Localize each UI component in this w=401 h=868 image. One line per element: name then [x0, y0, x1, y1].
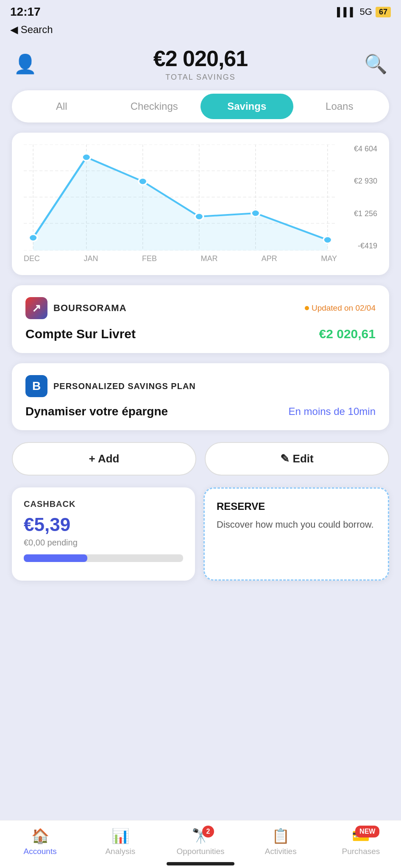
savings-logo: B: [25, 375, 47, 397]
savings-plan-desc: Dynamiser votre épargne: [25, 405, 168, 418]
bank-name: BOURSORAMA: [53, 303, 127, 314]
savings-plan-card[interactable]: B PERSONALIZED SAVINGS PLAN Dynamiser vo…: [12, 363, 389, 430]
nav-analysis[interactable]: 📊 Analysis: [80, 827, 160, 856]
x-label-apr: APR: [262, 254, 277, 263]
progress-bar-fill: [24, 554, 87, 562]
nav-purchases-label: Purchases: [342, 847, 380, 856]
chart-svg-wrap: [24, 145, 337, 250]
updated-text: Updated on 02/04: [312, 303, 376, 313]
add-button[interactable]: + Add: [12, 442, 196, 476]
search-icon[interactable]: 🔍: [364, 53, 387, 75]
x-label-jan: JAN: [84, 254, 98, 263]
x-label-mar: MAR: [200, 254, 217, 263]
account-name: Compte Sur Livret: [25, 327, 136, 341]
reserve-title: RESERVE: [217, 501, 376, 512]
cashback-card[interactable]: CASHBACK €5,39 €0,00 pending: [12, 487, 195, 581]
total-label: TOTAL SAVINGS: [153, 73, 248, 82]
nav-accounts-label: Accounts: [24, 847, 57, 856]
y-label-1: -€419: [339, 242, 377, 250]
status-time: 12:17: [10, 5, 41, 19]
account-row: Compte Sur Livret €2 020,61: [25, 327, 376, 341]
status-bar: 12:17 ▌▌▌ 5G 67: [0, 0, 401, 22]
updated-badge: Updated on 02/04: [305, 303, 376, 313]
svg-point-16: [251, 210, 260, 217]
network-label: 5G: [360, 6, 372, 17]
nav-activities[interactable]: 📋 Activities: [241, 827, 321, 856]
nav-opportunities[interactable]: 2 🔭 Opportunities: [160, 827, 240, 856]
signal-icon: ▌▌▌: [337, 7, 356, 17]
account-type-tabs: All Checkings Savings Loans: [12, 90, 389, 122]
status-right: ▌▌▌ 5G 67: [337, 6, 391, 17]
edit-button[interactable]: ✎ Edit: [205, 442, 389, 476]
home-indicator: [167, 862, 234, 865]
nav-activities-label: Activities: [265, 847, 297, 856]
purchases-badge: NEW: [355, 826, 379, 837]
x-label-dec: DEC: [24, 254, 40, 263]
header-center: €2 020,61 TOTAL SAVINGS: [153, 46, 248, 82]
line-chart-svg: [24, 145, 337, 250]
tab-savings[interactable]: Savings: [200, 94, 293, 119]
x-label-feb: FEB: [142, 254, 157, 263]
promo-row: CASHBACK €5,39 €0,00 pending RESERVE Dis…: [12, 487, 389, 581]
profile-icon[interactable]: 👤: [14, 53, 37, 75]
cashback-tag: CASHBACK: [24, 499, 183, 509]
action-buttons: + Add ✎ Edit: [12, 442, 389, 476]
tab-all[interactable]: All: [15, 94, 108, 119]
analysis-icon: 📊: [111, 827, 129, 844]
header: 👤 €2 020,61 TOTAL SAVINGS 🔍: [0, 41, 401, 90]
nav-accounts[interactable]: 🏠 Accounts: [0, 827, 80, 856]
y-label-4: €4 604: [339, 145, 377, 153]
savings-plan-header: B PERSONALIZED SAVINGS PLAN: [25, 375, 376, 397]
progress-bar-wrap: [24, 554, 183, 562]
reserve-card[interactable]: RESERVE Discover how much you could borr…: [203, 487, 389, 581]
svg-point-14: [139, 178, 147, 185]
chart-area: €4 604 €2 930 €1 256 -€419: [24, 145, 377, 263]
tab-checkings[interactable]: Checkings: [108, 94, 201, 119]
home-icon: 🏠: [31, 827, 49, 844]
battery-badge: 67: [376, 7, 391, 17]
chart-y-labels: €4 604 €2 930 €1 256 -€419: [339, 145, 377, 250]
update-dot: [305, 306, 309, 310]
nav-analysis-label: Analysis: [105, 847, 135, 856]
bank-logo-row: ↗ BOURSORAMA: [25, 297, 127, 319]
bank-header: ↗ BOURSORAMA Updated on 02/04: [25, 297, 376, 319]
total-amount: €2 020,61: [153, 46, 248, 71]
svg-point-15: [195, 213, 203, 220]
bottom-nav: 🏠 Accounts 📊 Analysis 2 🔭 Opportunities …: [0, 820, 401, 868]
savings-plan-row: Dynamiser votre épargne En moins de 10mi…: [25, 405, 376, 418]
account-amount: €2 020,61: [319, 327, 376, 341]
savings-plan-cta: En moins de 10min: [289, 406, 376, 417]
boursorama-logo: ↗: [25, 297, 47, 319]
x-label-may: MAY: [321, 254, 337, 263]
cashback-pending: €0,00 pending: [24, 538, 183, 548]
cashback-amount: €5,39: [24, 514, 183, 535]
opportunities-badge: 2: [202, 826, 214, 837]
chart-x-labels: DEC JAN FEB MAR APR MAY: [24, 254, 337, 263]
reserve-desc: Discover how much you could borrow.: [217, 517, 376, 531]
chart-card: €4 604 €2 930 €1 256 -€419: [12, 133, 389, 275]
boursorama-card[interactable]: ↗ BOURSORAMA Updated on 02/04 Compte Sur…: [12, 285, 389, 353]
svg-point-13: [82, 154, 91, 161]
y-label-2: €1 256: [339, 209, 377, 218]
savings-plan-name: PERSONALIZED SAVINGS PLAN: [53, 381, 196, 391]
back-nav[interactable]: ◀ Search: [0, 22, 401, 41]
svg-point-17: [323, 236, 332, 243]
svg-point-12: [29, 234, 37, 241]
y-label-3: €2 930: [339, 177, 377, 186]
nav-opportunities-label: Opportunities: [177, 847, 225, 856]
nav-purchases[interactable]: NEW 💳 Purchases: [321, 827, 401, 856]
activities-icon: 📋: [272, 827, 290, 844]
tab-loans[interactable]: Loans: [293, 94, 386, 119]
